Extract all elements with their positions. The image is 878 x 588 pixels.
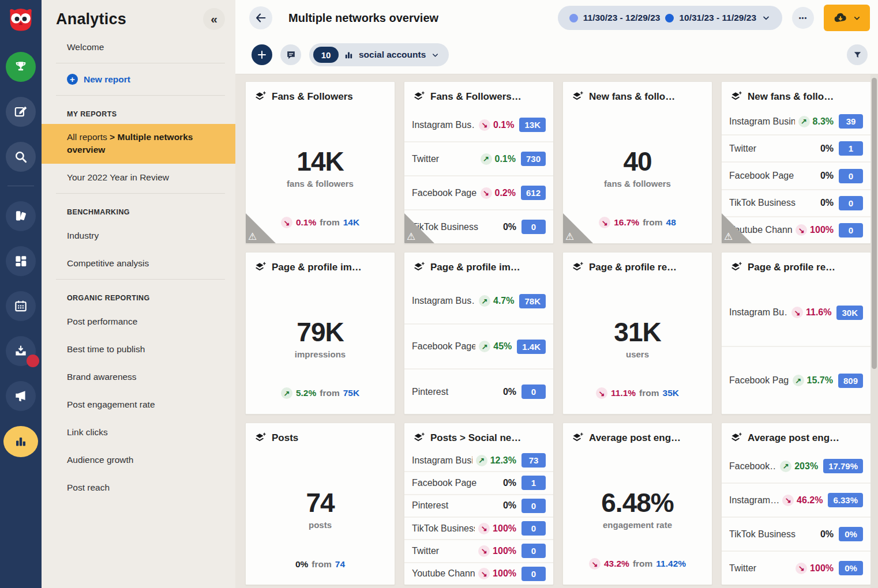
collapse-sidebar-button[interactable]: « (203, 8, 225, 30)
trend-arrow-icon (476, 455, 487, 466)
main-area: Multiple networks overview 11/30/23 - 12… (235, 0, 878, 588)
sidebar-item-competitive-analysis[interactable]: Competitive analysis (42, 250, 235, 277)
tile-engagement-rate-total[interactable]: Average post eng… 6.48% engagement rate … (562, 423, 712, 585)
network-row: Twitter 100% 0% (722, 551, 871, 585)
tile-reach-total[interactable]: Page & profile re… 31K users 11.1% from … (562, 252, 712, 414)
value-badge: 78K (519, 294, 546, 308)
sidebar-item-active-report[interactable]: All reports > Multiple networks overview (42, 124, 235, 164)
scrollbar-track[interactable] (871, 74, 878, 588)
boards-icon[interactable] (6, 246, 36, 276)
inbox-icon[interactable] (6, 336, 36, 366)
tile-new-fans-total[interactable]: New fans & follo… 40 fans & followers 16… (562, 81, 712, 244)
change-percent: 100% (493, 568, 516, 579)
more-options-button[interactable]: ••• (792, 7, 814, 29)
metric-value: 40 (623, 146, 651, 177)
calendar-icon[interactable] (6, 291, 36, 321)
trend-arrow-icon (478, 523, 490, 534)
analytics-icon[interactable] (3, 426, 38, 457)
network-name: Instagram Bus… (412, 296, 475, 306)
network-name: TikTok Business (729, 529, 817, 540)
value-badge: 0 (521, 544, 546, 558)
value-badge: 73 (521, 453, 546, 468)
date-range-picker[interactable]: 11/30/23 - 12/29/23 10/31/23 - 11/29/23 (558, 6, 782, 30)
sidebar-item-audience-growth[interactable]: Audience growth (42, 446, 235, 474)
trend-arrow-icon (478, 545, 490, 557)
trend-arrow-icon (479, 341, 490, 352)
sidebar-item-industry[interactable]: Industry (42, 222, 235, 250)
compose-icon[interactable] (6, 97, 36, 127)
sidebar-item-year-in-review[interactable]: Your 2022 Year in Review (42, 164, 235, 191)
chevron-double-left-icon: « (211, 12, 217, 26)
tile-reach-by-network[interactable]: Page & profile re… Instagram Bu… 11.6% 3… (721, 252, 871, 414)
warning-glyph: ⚠ (724, 231, 733, 243)
metric-label: fans & followers (287, 179, 354, 189)
bar-chart-icon (344, 50, 354, 60)
scrollbar-thumb[interactable] (872, 78, 877, 369)
sidebar-item-post-engagement-rate[interactable]: Post engagement rate (42, 391, 235, 419)
value-badge: 6.33% (828, 493, 863, 507)
sidebar-item-post-performance[interactable]: Post performance (42, 308, 235, 336)
date-dot-compare-icon (665, 14, 674, 22)
network-row: Instagram Bus… 4.7% 78K (404, 279, 553, 323)
tile-title: Page & profile re… (589, 262, 677, 273)
add-tile-button[interactable] (252, 44, 272, 65)
tile-posts-by-network[interactable]: Posts > Social ne… Instagram Busi… 12.3%… (404, 423, 554, 585)
planner-icon[interactable] (6, 201, 36, 231)
metric-change: 5.2% from 75K (246, 387, 395, 399)
filter-button[interactable] (847, 44, 868, 65)
sidebar-item-brand-awareness[interactable]: Brand awareness (42, 363, 235, 391)
metric-label: fans & followers (604, 179, 671, 189)
trophy-icon[interactable] (6, 52, 36, 82)
export-button[interactable] (824, 5, 870, 31)
value-badge: 0 (839, 196, 863, 210)
megaphone-icon[interactable] (6, 381, 36, 411)
sidebar-item-link-clicks[interactable]: Link clicks (42, 419, 235, 446)
new-report-button[interactable]: + New report (42, 65, 235, 93)
tile-fans-followers-total[interactable]: Fans & Followers 14K fans & followers 0.… (245, 81, 395, 244)
analytics-app: Analytics « Welcome + New report MY REPO… (0, 0, 878, 588)
network-name: Facebook Page (412, 341, 475, 352)
network-row: Youtube Channel 100% 0 (404, 562, 553, 585)
value-badge: 0 (521, 385, 546, 399)
back-button[interactable] (249, 6, 272, 29)
accounts-count-badge: 10 (313, 47, 339, 63)
hootsuite-owl-logo[interactable] (4, 3, 37, 37)
from-label: from (639, 388, 659, 398)
value-badge: 0 (521, 567, 546, 581)
metric-change: 11.1% from 35K (563, 387, 712, 399)
tile-new-fans-by-network[interactable]: New fans & follo… Instagram Busin… 8.3% … (721, 81, 871, 244)
change-percent: 0.2% (495, 188, 516, 198)
sidebar-item-best-time-to-publish[interactable]: Best time to publish (42, 336, 235, 363)
tile-impressions-total[interactable]: Page & profile im… 79K impressions 5.2% … (245, 252, 395, 414)
change-percent: 0.1% (493, 120, 514, 130)
network-row: Instagram Bu… 11.6% 30K (722, 279, 871, 346)
metric-value: 74 (306, 487, 334, 518)
sidebar-item-welcome[interactable]: Welcome (42, 33, 235, 61)
warning-glyph: ⚠ (565, 231, 574, 243)
sidebar-item-post-reach[interactable]: Post reach (42, 474, 235, 502)
trend-arrow-icon (780, 461, 791, 472)
change-percent: 100% (493, 523, 516, 534)
tile-title: New fans & follo… (589, 91, 675, 103)
trend-arrow-icon (478, 568, 490, 579)
comments-button[interactable] (280, 44, 301, 65)
tile-impressions-by-network[interactable]: Page & profile im… Instagram Bus… 4.7% 7… (404, 252, 554, 414)
tile-posts-total[interactable]: Posts 74 posts 0% from 74 (245, 423, 395, 585)
network-row: Pinterest 0% 0 (404, 368, 553, 414)
tile-engagement-rate-by-network[interactable]: Average post eng… Facebook… 203% 17.79% … (721, 423, 871, 585)
value-badge: 1.4K (517, 340, 546, 354)
tile-fans-followers-by-network[interactable]: Fans & Followers… Instagram Bus… 0.1% 13… (404, 81, 554, 244)
search-icon[interactable] (6, 142, 36, 172)
network-name: Facebook… (729, 461, 776, 472)
divider (56, 193, 225, 194)
comment-icon (286, 50, 297, 61)
network-row: Facebook Page 0% 0 (722, 161, 871, 189)
social-accounts-selector[interactable]: 10 social accounts (309, 43, 449, 66)
warning-glyph: ⚠ (407, 231, 415, 243)
section-benchmarking: BENCHMARKING (42, 195, 235, 222)
section-organic-reporting: ORGANIC REPORTING (42, 281, 235, 308)
layers-plus-icon (412, 432, 425, 444)
warning-glyph: ⚠ (248, 231, 257, 243)
tiles-grid: Fans & Followers 14K fans & followers 0.… (235, 74, 878, 585)
trend-arrow-icon (479, 119, 490, 131)
